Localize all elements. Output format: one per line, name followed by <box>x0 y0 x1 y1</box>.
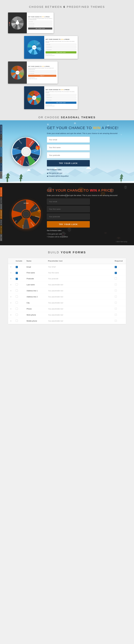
theme-dark-preview[interactable]: 50% DISC NO PRIZE <box>8 12 54 33</box>
field-name: Work phone <box>24 312 46 318</box>
table-row: ≡✓EmailYour email✓ <box>8 264 126 270</box>
get-luck-btn-blue[interactable]: GET YOUR LUCK <box>46 51 76 54</box>
winter-try-luck-button[interactable]: TRY YOUR LUCK <box>47 160 90 166</box>
themes-header-section: CHOOSE BETWEEN 6 PREDEFINED THEMES <box>0 0 134 10</box>
table-row: ≡Address line 2Your placeholder text <box>8 294 126 300</box>
halloween-rule-2: • Cheaters will be disqualified <box>47 236 127 238</box>
halloween-wheel-area: 50% DISCOUNT NO PRIZE UNLUCKY 15% DISCOU… <box>0 183 43 245</box>
table-row: ≡PhoneYour placeholder text <box>8 306 126 312</box>
seasonal-title: OR CHOOSE SEASONAL THEMES <box>3 116 131 119</box>
table-row: ≡Work phoneYour placeholder text <box>8 312 126 318</box>
include-cell[interactable] <box>13 288 24 294</box>
winter-name-input[interactable] <box>47 144 90 150</box>
required-cell[interactable] <box>113 276 126 282</box>
required-cell[interactable] <box>113 318 126 324</box>
include-cell[interactable] <box>13 300 24 306</box>
col-drag <box>8 258 13 264</box>
pumpkin-wheel-deco: 🎃 <box>37 209 41 212</box>
halloween-name-input[interactable] <box>47 206 90 212</box>
required-cell[interactable] <box>113 282 126 288</box>
include-cell[interactable]: ✓ <box>13 270 24 276</box>
svg-point-99 <box>23 211 29 217</box>
required-checkbox-checked[interactable]: ✓ <box>115 272 117 274</box>
required-checkbox-empty[interactable] <box>115 277 117 280</box>
table-row: ≡Last nameYour placeholder text <box>8 282 126 288</box>
name-input-preview: Your first name <box>28 23 52 25</box>
dont-feel-lucky[interactable]: I don't feel lucky <box>47 241 127 242</box>
include-checkbox-empty[interactable] <box>16 308 18 310</box>
halloween-postcode-input[interactable] <box>47 214 90 220</box>
include-cell[interactable] <box>13 306 24 312</box>
include-cell[interactable]: ✓ <box>13 276 24 282</box>
theme-blue-preview[interactable]: NO DISC NO PRIZE 5% OFF GET YOUR CHANCE … <box>24 36 78 59</box>
field-name: City <box>24 300 46 306</box>
wheel-blue-svg: NO DISC NO PRIZE 5% OFF <box>27 40 41 55</box>
required-cell[interactable] <box>113 306 126 312</box>
theme-gray-preview[interactable]: 5% OFF GET YOUR CHANCE TO WIN A PRICE! E… <box>8 62 58 84</box>
try-luck-btn-preview[interactable]: TRY YOUR LUCK <box>28 28 52 30</box>
halloween-description: Enter your email address and spin the wh… <box>47 194 127 197</box>
include-cell[interactable]: ✓ <box>13 264 24 270</box>
required-cell[interactable] <box>113 294 126 300</box>
include-cell[interactable] <box>13 282 24 288</box>
include-checkbox-empty[interactable] <box>16 320 18 322</box>
email-input-preview: Your email <box>28 21 52 22</box>
name-input-blue: Your first name <box>46 46 76 48</box>
drag-handle[interactable]: ≡ <box>8 288 13 294</box>
include-cell[interactable] <box>13 312 24 318</box>
drag-handle[interactable]: ≡ <box>8 282 13 288</box>
include-checkbox-checked[interactable]: ✓ <box>16 272 18 274</box>
include-checkbox-empty[interactable] <box>16 284 18 286</box>
required-checkbox-disabled <box>115 302 117 304</box>
wheel-winter-svg[interactable]: NO PRIZE NO DISC 15% OFF NO PRIZE 50% OF… <box>11 137 41 166</box>
theme-blue-form: GET YOUR CHANCE TO WIN A PRICE! Enter yo… <box>44 36 78 59</box>
include-checkbox-empty[interactable] <box>16 302 18 304</box>
theme-darkblue-preview[interactable]: NO DISC NO PRIZE 5% OFF GET YOUR CHANCE … <box>24 86 78 109</box>
drag-handle[interactable]: ≡ <box>8 318 13 324</box>
svg-text:NO PRIZE: NO PRIZE <box>24 202 28 204</box>
wheel-halloween-svg[interactable]: NO PRIZE 15% OFF NO DISC NO PRIZE 50% OF… <box>11 199 41 229</box>
wheel-labels-left: 50% DISCOUNT NO PRIZE UNLUCKY 15% DISCOU… <box>0 125 2 178</box>
rule-1: ◆ One game per user <box>47 172 127 175</box>
table-row: ≡Mobile phoneYour placeholder text <box>8 318 126 324</box>
required-checkbox-checked[interactable]: ✓ <box>115 266 117 268</box>
placeholder-text: Your first name <box>46 270 113 276</box>
include-checkbox-empty[interactable] <box>16 314 18 316</box>
field-name: Phone <box>24 306 46 312</box>
required-cell[interactable]: ✓ <box>113 270 126 276</box>
halloween-email-input[interactable] <box>47 198 90 204</box>
build-forms-title: BUILD YOUR FORMS <box>3 251 131 254</box>
required-cell[interactable] <box>113 300 126 306</box>
svg-text:5% OFF: 5% OFF <box>33 98 35 98</box>
find-btn-gray[interactable]: FIND IT <box>28 75 56 77</box>
col-name: Name <box>24 258 46 264</box>
include-cell[interactable] <box>13 294 24 300</box>
required-cell[interactable] <box>113 312 126 318</box>
halloween-try-luck-button[interactable]: TRY YOUR LUCK <box>47 221 90 228</box>
try-luck-btn-darkblue[interactable]: TRY YOUR LUCK <box>46 102 76 104</box>
include-checkbox-empty[interactable] <box>16 290 18 292</box>
drag-handle[interactable]: ≡ <box>8 306 13 312</box>
placeholder-text: Your email <box>46 264 113 270</box>
col-required: Required <box>113 258 126 264</box>
include-checkbox-checked[interactable]: ✓ <box>16 266 18 268</box>
include-checkbox-empty[interactable] <box>16 296 18 298</box>
field-name: Address line 1 <box>24 288 46 294</box>
required-cell[interactable] <box>113 288 126 294</box>
include-cell[interactable] <box>13 318 24 324</box>
include-checkbox-checked[interactable]: ✓ <box>16 278 18 280</box>
drag-handle[interactable]: ≡ <box>8 300 13 306</box>
drag-handle[interactable]: ≡ <box>8 264 13 270</box>
required-cell[interactable]: ✓ <box>113 264 126 270</box>
field-name: Postcode <box>24 276 46 282</box>
drag-handle[interactable]: ≡ <box>8 276 13 282</box>
wheel-dark-svg <box>11 16 24 30</box>
placeholder-text: Your postcode <box>46 276 113 282</box>
winter-email-input[interactable] <box>47 137 90 142</box>
drag-handle[interactable]: ≡ <box>8 294 13 300</box>
seasonal-header-section: OR CHOOSE SEASONAL THEMES <box>0 113 134 120</box>
drag-handle[interactable]: ≡ <box>8 312 13 318</box>
drag-handle[interactable]: ≡ <box>8 270 13 276</box>
table-row: ≡CityYour placeholder text <box>8 300 126 306</box>
winter-postcode-input[interactable] <box>47 152 90 158</box>
